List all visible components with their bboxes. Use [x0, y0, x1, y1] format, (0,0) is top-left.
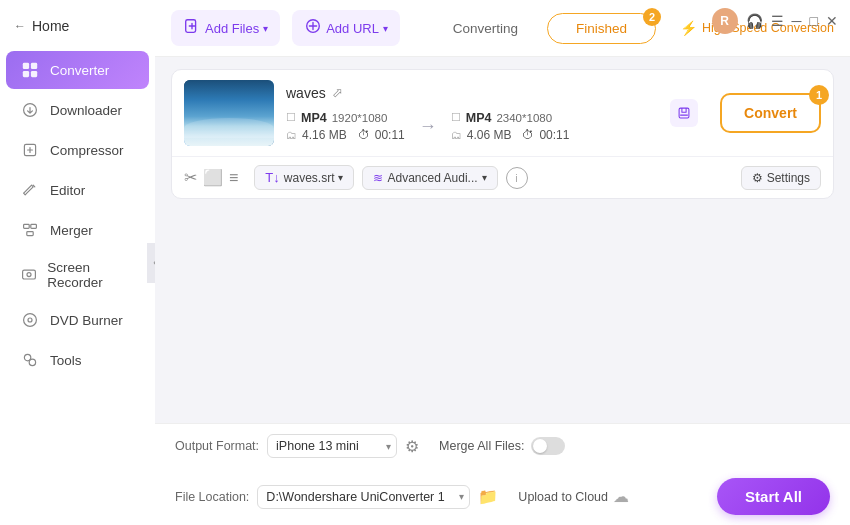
sidebar-tools-label: Tools: [50, 353, 82, 368]
target-format-row: ☐ MP4 2340*1080: [451, 111, 570, 125]
cloud-upload-icon[interactable]: ☁: [613, 487, 629, 506]
target-format-label: MP4: [466, 111, 492, 125]
subtitle-dropdown[interactable]: T↓ waves.srt ▾: [254, 165, 354, 190]
source-duration: 00:11: [375, 128, 405, 142]
svg-rect-17: [679, 108, 689, 118]
sidebar-item-compressor[interactable]: Compressor: [6, 131, 149, 169]
user-avatar[interactable]: R: [712, 8, 738, 34]
output-format-settings-icon[interactable]: ⚙: [405, 437, 419, 456]
target-format-check-icon: ☐: [451, 111, 461, 124]
source-size-row: 🗂 4.16 MB ⏱ 00:11: [286, 128, 405, 142]
add-files-button[interactable]: Add Files ▾: [171, 10, 280, 46]
tools-icon: [20, 350, 40, 370]
home-nav[interactable]: ← Home: [0, 10, 155, 50]
effects-icon[interactable]: ≡: [229, 169, 238, 187]
source-format-check-icon: ☐: [286, 111, 296, 124]
upload-cloud-label: Upload to Cloud: [518, 490, 608, 504]
file-location-label: File Location:: [175, 490, 249, 504]
target-resolution: 2340*1080: [496, 112, 552, 124]
file-card-top: waves ⬀ ☐ MP4 1920*1080 🗂: [172, 70, 833, 156]
finished-badge: 2: [643, 8, 661, 26]
source-clock-icon: ⏱: [358, 128, 370, 142]
subtitle-icon: T↓: [265, 170, 279, 185]
svg-rect-2: [23, 71, 29, 77]
upload-to-cloud: Upload to Cloud ☁: [518, 487, 629, 506]
sidebar-item-editor[interactable]: Editor: [6, 171, 149, 209]
external-link-icon[interactable]: ⬀: [332, 85, 343, 100]
file-name: waves: [286, 85, 326, 101]
subtitle-label: waves.srt: [284, 171, 335, 185]
source-resolution: 1920*1080: [332, 112, 388, 124]
file-thumbnail: [184, 80, 274, 146]
convert-arrow-icon: →: [419, 116, 437, 137]
file-card-bottom: ✂ ⬜ ≡ T↓ waves.srt ▾ ≋ Advanced Audi... …: [172, 156, 833, 198]
settings-gear-icon: ⚙: [752, 171, 763, 185]
tab-converting[interactable]: Converting: [424, 13, 547, 44]
convert-badge: 1: [809, 85, 829, 105]
sidebar-screen-recorder-label: Screen Recorder: [47, 260, 135, 290]
scissors-icon[interactable]: ✂: [184, 168, 197, 187]
svg-rect-1: [31, 63, 37, 69]
sidebar-compressor-label: Compressor: [50, 143, 124, 158]
audio-label: Advanced Audi...: [387, 171, 477, 185]
file-card: waves ⬀ ☐ MP4 1920*1080 🗂: [171, 69, 834, 199]
format-info: ☐ MP4 1920*1080 🗂 4.16 MB ⏱ 00:11: [286, 111, 650, 142]
main-content: R 🎧 ☰ ─ □ ✕ Add Files ▾ Add URL ▾ Conver…: [155, 0, 850, 525]
output-format-select-wrap: iPhone 13 mini ▾: [267, 434, 397, 458]
source-size: 4.16 MB: [302, 128, 347, 142]
add-files-label: Add Files: [205, 21, 259, 36]
merger-icon: [20, 220, 40, 240]
sidebar-item-dvd-burner[interactable]: DVD Burner: [6, 301, 149, 339]
maximize-icon[interactable]: □: [810, 13, 818, 29]
back-arrow-icon: ←: [14, 19, 26, 33]
sidebar: ← Home Converter Downloader Compressor E…: [0, 0, 155, 525]
bottom-bar: Output Format: iPhone 13 mini ▾ ⚙ Merge …: [155, 423, 850, 525]
sidebar-item-converter[interactable]: Converter: [6, 51, 149, 89]
sidebar-downloader-label: Downloader: [50, 103, 122, 118]
sidebar-converter-label: Converter: [50, 63, 109, 78]
sidebar-item-screen-recorder[interactable]: Screen Recorder: [6, 251, 149, 299]
audio-chevron: ▾: [482, 172, 487, 183]
file-location-select[interactable]: D:\Wondershare UniConverter 1: [257, 485, 470, 509]
audio-dropdown[interactable]: ≋ Advanced Audi... ▾: [362, 166, 497, 190]
sidebar-item-tools[interactable]: Tools: [6, 341, 149, 379]
headphone-icon[interactable]: 🎧: [746, 13, 763, 29]
svg-point-14: [29, 359, 35, 365]
sidebar-item-merger[interactable]: Merger: [6, 211, 149, 249]
svg-rect-9: [22, 270, 35, 279]
save-to-device-button[interactable]: [670, 99, 698, 127]
start-all-button[interactable]: Start All: [717, 478, 830, 515]
svg-point-11: [24, 314, 37, 327]
svg-rect-8: [27, 232, 33, 236]
close-icon[interactable]: ✕: [826, 13, 838, 29]
sidebar-dvd-burner-label: DVD Burner: [50, 313, 123, 328]
output-format-label: Output Format:: [175, 439, 259, 453]
output-format-select[interactable]: iPhone 13 mini: [267, 434, 397, 458]
audio-wave-icon: ≋: [373, 171, 383, 185]
screen-recorder-icon: [20, 265, 37, 285]
svg-rect-3: [31, 71, 37, 77]
svg-rect-0: [23, 63, 29, 69]
sidebar-item-downloader[interactable]: Downloader: [6, 91, 149, 129]
merge-files-toggle[interactable]: [531, 437, 565, 455]
settings-button[interactable]: ⚙ Settings: [741, 166, 821, 190]
downloader-icon: [20, 100, 40, 120]
add-url-icon: [304, 17, 322, 39]
menu-icon[interactable]: ☰: [771, 13, 784, 29]
content-area: waves ⬀ ☐ MP4 1920*1080 🗂: [155, 57, 850, 423]
tab-finished[interactable]: Finished 2: [547, 13, 656, 44]
dvd-burner-icon: [20, 310, 40, 330]
add-url-button[interactable]: Add URL ▾: [292, 10, 400, 46]
tabs-area: Converting Finished 2: [412, 13, 668, 44]
convert-button-wrap: 1 Convert: [720, 93, 821, 133]
crop-icon[interactable]: ⬜: [203, 168, 223, 187]
window-controls: R 🎧 ☰ ─ □ ✕: [712, 8, 838, 34]
file-info: waves ⬀ ☐ MP4 1920*1080 🗂: [286, 85, 650, 142]
target-folder-icon: 🗂: [451, 129, 462, 141]
output-format-field: Output Format: iPhone 13 mini ▾ ⚙: [175, 434, 419, 458]
target-size: 4.06 MB: [467, 128, 512, 142]
convert-button[interactable]: Convert: [720, 93, 821, 133]
info-button[interactable]: i: [506, 167, 528, 189]
open-folder-icon[interactable]: 📁: [478, 487, 498, 506]
minimize-icon[interactable]: ─: [792, 13, 802, 29]
